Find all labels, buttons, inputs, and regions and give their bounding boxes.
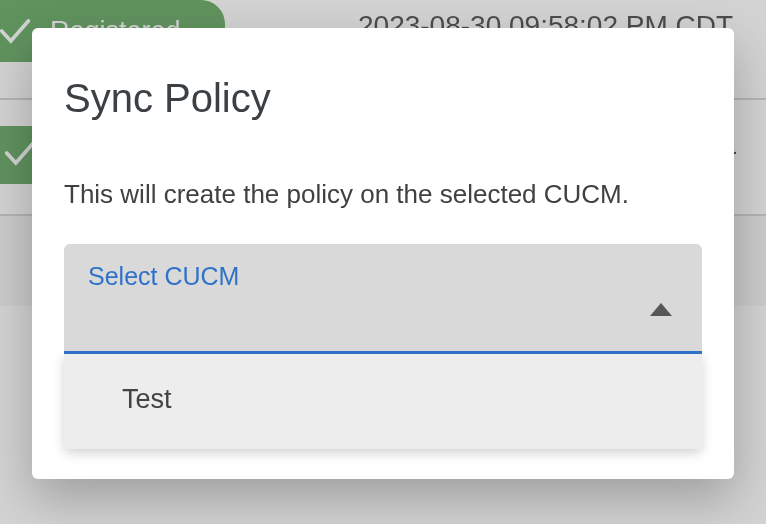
select-cucm-label: Select CUCM [88,262,239,291]
dropdown-item-test[interactable]: Test [64,354,702,449]
select-cucm-dropdown: Test [64,354,702,449]
svg-marker-0 [650,303,672,316]
sync-policy-modal: Sync Policy This will create the policy … [32,28,734,479]
select-cucm[interactable]: Select CUCM [64,244,702,354]
modal-title: Sync Policy [32,76,734,121]
chevron-up-icon [650,303,672,321]
modal-description: This will create the policy on the selec… [32,179,734,210]
